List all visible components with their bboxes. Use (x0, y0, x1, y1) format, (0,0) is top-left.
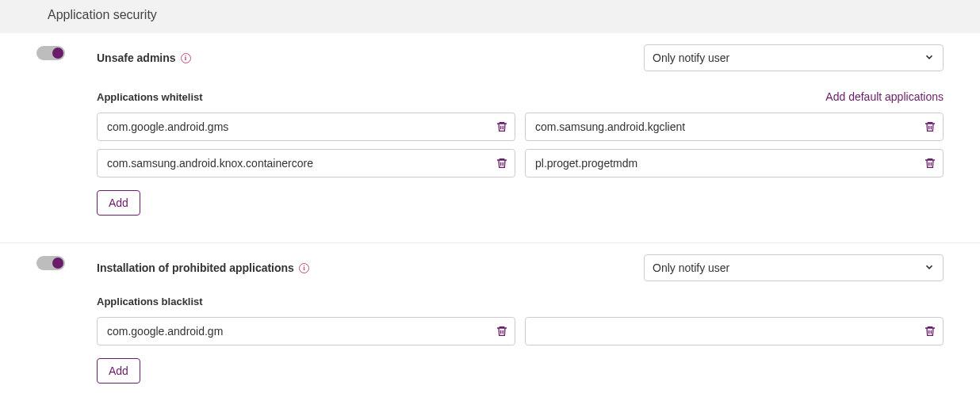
toggle-knob (52, 48, 63, 59)
unsafe-admins-label: Unsafe admins (97, 52, 176, 64)
whitelist-add-button[interactable]: Add (97, 190, 140, 216)
whitelist-input[interactable] (97, 113, 515, 141)
whitelist-input[interactable] (525, 149, 944, 177)
select-value: Only notify user (653, 261, 729, 274)
prohibited-apps-label: Installation of prohibited applications (97, 261, 294, 274)
prohibited-apps-toggle[interactable] (36, 256, 65, 270)
trash-icon[interactable] (923, 120, 937, 134)
blacklist-add-button[interactable]: Add (97, 358, 140, 384)
select-value: Only notify user (653, 52, 729, 64)
add-default-applications-link[interactable]: Add default applications (825, 90, 944, 103)
trash-icon[interactable] (495, 120, 509, 134)
whitelist-input[interactable] (525, 113, 944, 141)
chevron-down-icon (924, 261, 935, 275)
info-icon[interactable]: i (299, 263, 309, 273)
blacklist-label: Applications blacklist (97, 296, 203, 307)
whitelist-input[interactable] (97, 149, 515, 177)
section-title: Application security (0, 0, 980, 33)
prohibited-apps-action-select[interactable]: Only notify user (644, 254, 944, 281)
unsafe-admins-toggle[interactable] (36, 46, 65, 60)
blacklist-input[interactable] (97, 317, 515, 345)
toggle-knob (52, 258, 63, 269)
unsafe-admins-action-select[interactable]: Only notify user (644, 44, 944, 71)
trash-icon[interactable] (923, 324, 937, 338)
blacklist-input[interactable] (525, 317, 944, 345)
trash-icon[interactable] (495, 324, 509, 338)
whitelist-label: Applications whitelist (97, 91, 203, 103)
trash-icon[interactable] (495, 156, 509, 170)
trash-icon[interactable] (923, 156, 937, 170)
info-icon[interactable]: i (181, 53, 191, 63)
chevron-down-icon (924, 52, 935, 65)
